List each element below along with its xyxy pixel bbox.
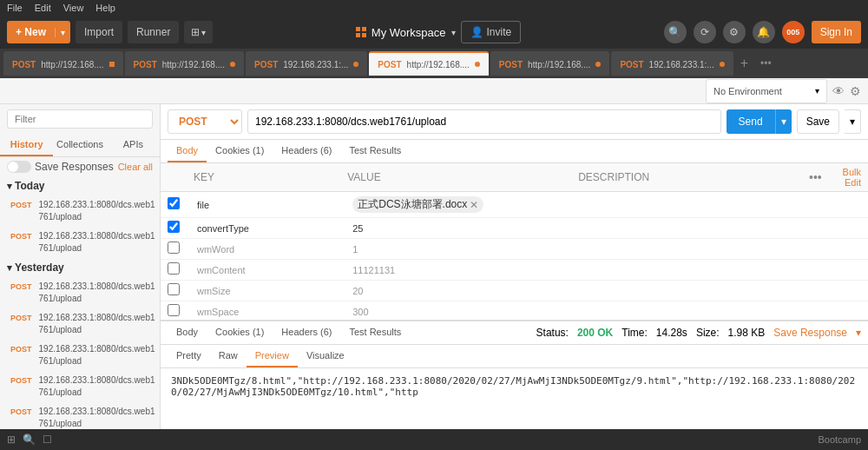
- req-tab-cookies[interactable]: Cookies (1): [207, 140, 273, 162]
- file-tag-0: 正式DCS泳塘部署.docx ✕: [352, 196, 483, 213]
- response-tab-body[interactable]: Body: [168, 321, 207, 344]
- param-value-4[interactable]: 20: [349, 284, 579, 298]
- save-responses-toggle[interactable]: [7, 161, 31, 173]
- sync-button[interactable]: ⟳: [694, 21, 716, 43]
- method-badge-post: POST: [7, 344, 36, 354]
- tab-1[interactable]: POST http://192.168....: [125, 51, 245, 76]
- list-item[interactable]: POST 192.168.233.1:8080/dcs.web1761/uplo…: [0, 195, 160, 227]
- row-checkbox-0[interactable]: [168, 197, 180, 209]
- param-desc-3[interactable]: [579, 268, 809, 272]
- send-button[interactable]: Send: [727, 109, 775, 134]
- invite-button[interactable]: 👤 Invite: [461, 21, 522, 43]
- environment-eye-button[interactable]: 👁: [832, 84, 845, 98]
- response-status-label: Status:: [536, 327, 569, 339]
- param-value-3[interactable]: 11121131: [349, 263, 579, 277]
- notifications-button[interactable]: 🔔: [753, 21, 775, 43]
- workspace-selector[interactable]: My Workspace ▾: [356, 26, 456, 39]
- row-checkbox-3[interactable]: [168, 262, 180, 275]
- response-tab-cookies[interactable]: Cookies (1): [207, 321, 273, 344]
- param-desc-1[interactable]: [579, 227, 809, 230]
- menu-edit[interactable]: Edit: [35, 3, 51, 13]
- new-button-arrow[interactable]: ▾: [55, 28, 70, 37]
- clear-all-button[interactable]: Clear all: [118, 162, 153, 172]
- resp-view-pretty[interactable]: Pretty: [168, 345, 210, 367]
- new-button[interactable]: + New ▾: [7, 21, 70, 43]
- resp-view-visualize[interactable]: Visualize: [298, 345, 353, 367]
- list-item[interactable]: POST 192.168.233.1:8080/dcs.web1761/uplo…: [0, 277, 160, 308]
- param-key-4[interactable]: wmSize: [194, 284, 349, 298]
- save-response-arrow[interactable]: ▾: [856, 327, 861, 339]
- search-button[interactable]: 🔍: [664, 21, 687, 43]
- resp-view-preview[interactable]: Preview: [247, 345, 298, 367]
- resp-view-raw[interactable]: Raw: [210, 345, 247, 367]
- item-url: 192.168.233.1:8080/dcs.web1761/upload: [39, 230, 155, 255]
- save-response-button[interactable]: Save Response: [773, 327, 847, 339]
- item-url: 192.168.233.1:8080/dcs.web1761/upload: [39, 281, 155, 305]
- param-key-5[interactable]: wmSpace: [194, 305, 349, 319]
- layout-button[interactable]: ⊞▾: [184, 21, 213, 43]
- param-desc-2[interactable]: [579, 248, 809, 251]
- column-options-button[interactable]: •••: [809, 170, 822, 184]
- param-key-0[interactable]: file: [194, 198, 349, 212]
- search-bottom-icon[interactable]: 🔍: [23, 433, 36, 446]
- runner-button[interactable]: Runner: [128, 21, 179, 43]
- row-checkbox-4[interactable]: [168, 283, 180, 295]
- param-value-0[interactable]: 正式DCS泳塘部署.docx ✕: [349, 195, 579, 215]
- sidebar-group-yesterday: ▾ Yesterday: [0, 258, 160, 277]
- menu-view[interactable]: View: [63, 3, 84, 13]
- sidebar-tab-collections[interactable]: Collections: [53, 134, 106, 156]
- environment-settings-button[interactable]: ⚙: [850, 84, 861, 98]
- url-input[interactable]: [247, 109, 721, 134]
- import-button[interactable]: Import: [76, 21, 122, 43]
- param-desc-5[interactable]: [579, 310, 809, 314]
- param-value-2[interactable]: 1: [349, 242, 579, 256]
- row-checkbox-1[interactable]: [168, 221, 180, 233]
- terminal-icon[interactable]: ⊞: [7, 433, 16, 446]
- param-key-2[interactable]: wmWord: [194, 242, 349, 256]
- list-item[interactable]: POST 192.168.233.1:8080/dcs.web1761/uplo…: [0, 402, 160, 429]
- environment-label: No Environment: [713, 86, 812, 96]
- row-checkbox-5[interactable]: [168, 304, 180, 316]
- environment-selector[interactable]: No Environment ▾: [706, 79, 827, 103]
- tab-5[interactable]: POST 192.168.233.1:...: [611, 51, 733, 76]
- capture-icon[interactable]: ☐: [43, 433, 52, 446]
- param-key-3[interactable]: wmContent: [194, 263, 349, 277]
- bulk-edit-button[interactable]: Bulk Edit: [827, 167, 861, 188]
- tab-2[interactable]: POST 192.168.233.1:...: [246, 51, 367, 76]
- list-item[interactable]: POST 192.168.233.1:8080/dcs.web1761/uplo…: [0, 340, 160, 371]
- search-input[interactable]: [7, 109, 153, 129]
- add-tab-button[interactable]: +: [735, 56, 753, 71]
- tab-4[interactable]: POST http://192.168....: [490, 51, 610, 76]
- menu-file[interactable]: File: [7, 3, 23, 13]
- save-button[interactable]: Save: [797, 109, 839, 134]
- response-tab-headers[interactable]: Headers (6): [273, 321, 340, 344]
- bootcamp-label[interactable]: Bootcamp: [818, 434, 861, 445]
- req-tab-headers[interactable]: Headers (6): [273, 140, 340, 162]
- menu-help[interactable]: Help: [95, 3, 115, 13]
- param-desc-0[interactable]: [579, 203, 809, 207]
- req-tab-tests[interactable]: Test Results: [340, 140, 410, 162]
- method-select[interactable]: POST GET PUT DELETE: [168, 109, 242, 134]
- list-item[interactable]: POST 192.168.233.1:8080/dcs.web1761/uplo…: [0, 227, 160, 258]
- list-item[interactable]: POST 192.168.233.1:8080/dcs.web1761/uplo…: [0, 308, 160, 340]
- param-value-5[interactable]: 300: [349, 305, 579, 319]
- item-url: 192.168.233.1:8080/dcs.web1761/upload: [39, 406, 155, 429]
- response-tab-tests[interactable]: Test Results: [340, 321, 410, 344]
- file-remove-0[interactable]: ✕: [470, 199, 478, 211]
- more-tabs-button[interactable]: •••: [755, 57, 777, 69]
- signin-button[interactable]: Sign In: [812, 21, 861, 43]
- param-desc-4[interactable]: [579, 289, 809, 293]
- sidebar-tab-history[interactable]: History: [0, 134, 53, 156]
- tab-0[interactable]: POST http://192.168....: [3, 51, 123, 76]
- row-checkbox-2[interactable]: [168, 242, 180, 254]
- save-arrow-button[interactable]: ▾: [845, 109, 861, 134]
- tab-3[interactable]: POST http://192.168....: [369, 51, 489, 76]
- send-arrow-button[interactable]: ▾: [775, 109, 792, 134]
- avatar[interactable]: 005: [782, 21, 805, 43]
- req-tab-body[interactable]: Body: [168, 140, 207, 162]
- settings-button[interactable]: ⚙: [723, 21, 746, 43]
- param-value-1[interactable]: 25: [349, 222, 579, 235]
- list-item[interactable]: POST 192.168.233.1:8080/dcs.web1761/uplo…: [0, 371, 160, 402]
- param-key-1[interactable]: convertType: [194, 222, 349, 235]
- sidebar-tab-apis[interactable]: APIs: [107, 134, 160, 156]
